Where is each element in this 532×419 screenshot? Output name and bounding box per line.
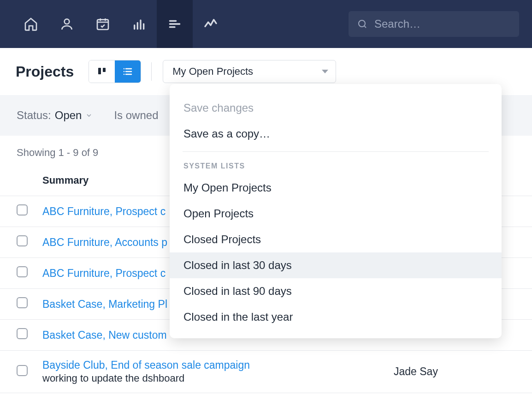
chevron-down-icon bbox=[85, 112, 93, 119]
divider bbox=[151, 62, 152, 81]
search-input[interactable] bbox=[374, 18, 511, 30]
trend-icon[interactable] bbox=[193, 0, 229, 48]
list-icon bbox=[122, 66, 133, 77]
col-checkbox bbox=[0, 165, 42, 196]
filter-status-value: Open bbox=[55, 109, 82, 122]
row-checkbox-cell bbox=[0, 351, 42, 393]
board-view-button[interactable] bbox=[89, 60, 115, 83]
row-checkbox-cell bbox=[0, 258, 42, 289]
dropdown-item-my-open-projects[interactable]: My Open Projects bbox=[170, 175, 502, 201]
dropdown-separator bbox=[183, 151, 489, 152]
row-owner-cell: Jade Say bbox=[394, 351, 532, 393]
view-toggle bbox=[89, 60, 141, 83]
row-checkbox[interactable] bbox=[17, 297, 28, 308]
row-checkbox-cell bbox=[0, 289, 42, 320]
search-icon bbox=[357, 18, 368, 30]
project-link[interactable]: ABC Furniture, Prospect c bbox=[42, 205, 166, 217]
view-select-value: My Open Projects bbox=[172, 66, 253, 78]
page-title: Projects bbox=[16, 63, 74, 80]
list-view-button[interactable] bbox=[115, 60, 141, 83]
project-link[interactable]: Basket Case, Marketing Pl bbox=[42, 298, 167, 310]
row-checkbox[interactable] bbox=[17, 365, 28, 376]
filter-owned[interactable]: Is owned bbox=[114, 109, 158, 122]
bars-icon[interactable] bbox=[121, 0, 157, 48]
filter-status[interactable]: Status: Open bbox=[17, 109, 93, 122]
dropdown-save-as-copy[interactable]: Save as a copy… bbox=[170, 121, 502, 147]
nav-left bbox=[13, 0, 229, 48]
row-checkbox-cell bbox=[0, 196, 42, 227]
view-select[interactable]: My Open Projects bbox=[163, 60, 336, 83]
board-icon bbox=[96, 66, 107, 77]
chevron-down-icon bbox=[322, 70, 328, 73]
svg-point-0 bbox=[65, 19, 70, 24]
search-box[interactable] bbox=[349, 11, 519, 37]
dropdown-item-closed-30[interactable]: Closed in last 30 days bbox=[170, 252, 502, 278]
row-checkbox[interactable] bbox=[17, 328, 28, 339]
dropdown-save-changes: Save changes bbox=[170, 95, 502, 121]
home-icon[interactable] bbox=[13, 0, 49, 48]
row-checkbox-cell bbox=[0, 320, 42, 351]
row-checkbox[interactable] bbox=[17, 266, 28, 277]
person-icon[interactable] bbox=[49, 0, 85, 48]
calendar-icon[interactable] bbox=[85, 0, 121, 48]
row-checkbox-cell bbox=[0, 227, 42, 258]
dropdown-item-closed-projects[interactable]: Closed Projects bbox=[170, 227, 502, 252]
svg-rect-4 bbox=[103, 68, 106, 72]
dropdown-heading: SYSTEM LISTS bbox=[170, 156, 502, 175]
row-checkbox[interactable] bbox=[17, 204, 28, 215]
table-row: Bayside Club, End of season sale campaig… bbox=[0, 351, 532, 393]
project-link[interactable]: ABC Furniture, Accounts p bbox=[42, 236, 167, 248]
row-summary-cell: Bayside Club, End of season sale campaig… bbox=[42, 351, 394, 393]
project-subtext: working to update the dshboard bbox=[42, 372, 394, 384]
filter-owned-label: Is owned bbox=[114, 109, 158, 122]
project-link[interactable]: Bayside Club, End of season sale campaig… bbox=[42, 359, 250, 371]
toolbar: Projects My Open Projects Save changes S… bbox=[0, 48, 532, 95]
list-lines-icon[interactable] bbox=[157, 0, 193, 48]
row-checkbox[interactable] bbox=[17, 235, 28, 246]
svg-rect-3 bbox=[98, 68, 101, 74]
project-link[interactable]: ABC Furniture, Prospect c bbox=[42, 267, 166, 279]
filter-status-label: Status: bbox=[17, 109, 51, 122]
top-nav bbox=[0, 0, 532, 48]
svg-point-2 bbox=[359, 20, 365, 27]
svg-rect-1 bbox=[97, 20, 108, 30]
dropdown-item-open-projects[interactable]: Open Projects bbox=[170, 201, 502, 227]
project-link[interactable]: Basket Case, New custom bbox=[42, 329, 167, 341]
dropdown-item-closed-year[interactable]: Closed in the last year bbox=[170, 304, 502, 330]
view-select-dropdown: Save changes Save as a copy… SYSTEM LIST… bbox=[170, 84, 502, 338]
dropdown-item-closed-90[interactable]: Closed in last 90 days bbox=[170, 278, 502, 304]
